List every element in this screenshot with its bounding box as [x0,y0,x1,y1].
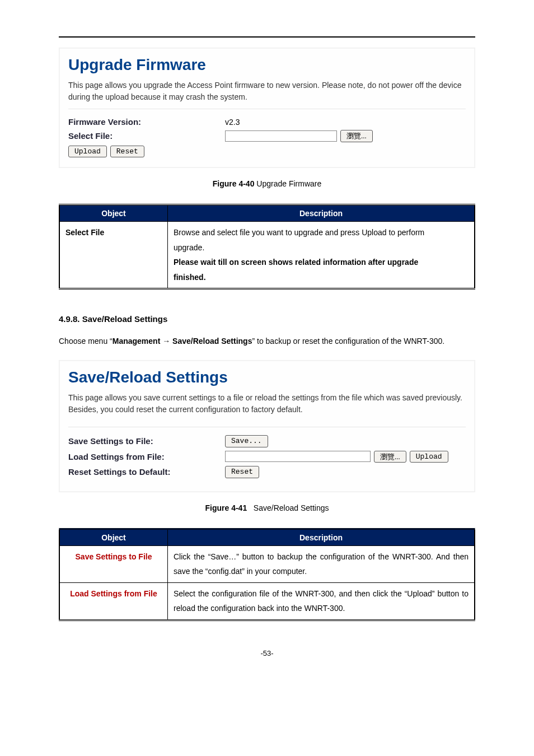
panel-title: Upgrade Firmware [68,56,466,74]
table-cell-object: Select File [59,222,168,289]
firmware-version-value: v2.3 [225,118,240,127]
table-cell-description: Select the configuration file of the WNR… [168,582,475,620]
figure-caption-1: Figure 4-40 Upgrade Firmware [59,179,475,188]
select-file-label: Select File: [68,131,225,141]
panel-title: Save/Reload Settings [68,368,466,386]
table-cell-object: Save Settings to File [59,545,168,582]
upload-button[interactable]: Upload [68,146,107,158]
upgrade-firmware-panel: Upgrade Firmware This page allows you up… [59,48,475,168]
table-save-reload: Object Description Save Settings to File… [59,528,475,621]
table-header-object: Object [59,529,168,545]
browse-button[interactable]: 瀏覽... [340,130,373,142]
table-upgrade-firmware: Object Description Select File Browse an… [59,204,475,290]
table-header-description: Description [168,529,475,545]
browse-button[interactable]: 瀏覽... [374,451,406,463]
load-from-file-label: Load Settings from File: [68,452,225,461]
section-heading: 4.9.8. Save/Reload Settings [59,314,475,324]
upload-button[interactable]: Upload [410,451,448,463]
save-reload-panel: Save/Reload Settings This page allows yo… [59,360,475,492]
table-header-object: Object [59,205,168,222]
table-cell-description: Browse and select file you want to upgra… [168,222,475,289]
save-to-file-label: Save Settings to File: [68,436,225,446]
table-cell-object: Load Settings from File [59,582,168,620]
page-number: -53- [59,649,475,657]
section-paragraph: Choose menu “Management → Save/Reload Se… [59,334,475,349]
table-cell-description: Click the “Save…” button to backup the c… [168,545,475,582]
panel-description: This page allows you save current settin… [68,392,466,421]
reset-button[interactable]: Reset [110,146,144,158]
figure-caption-2: Figure 4-41 Save/Reload Settings [59,503,475,512]
reset-default-button[interactable]: Reset [225,466,259,478]
firmware-version-label: Firmware Version: [68,117,225,127]
reset-to-default-label: Reset Settings to Default: [68,467,225,477]
panel-description: This page allows you upgrade the Access … [68,80,466,109]
table-header-description: Description [168,205,475,222]
select-file-input[interactable] [225,130,337,142]
load-file-input[interactable] [225,451,371,462]
save-button[interactable]: Save... [225,435,268,447]
